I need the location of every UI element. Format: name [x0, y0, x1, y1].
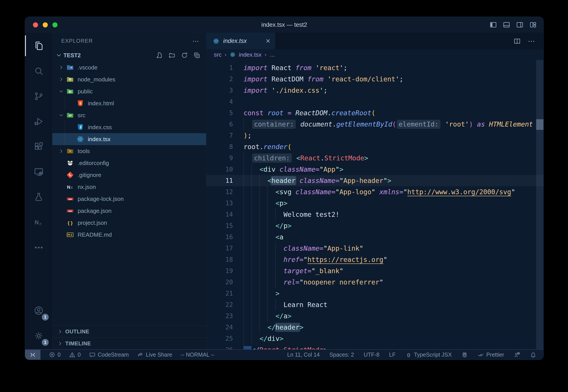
code-line-10[interactable]: 10 <div className="App">	[206, 164, 543, 175]
panel-outline[interactable]: OUTLINE	[52, 325, 206, 337]
status-problems-warnings[interactable]: 0	[69, 351, 81, 358]
new-folder-icon[interactable]	[168, 52, 176, 59]
sidebar-item-tools[interactable]: tools	[52, 145, 206, 157]
activity-item-run-debug[interactable]	[25, 109, 52, 134]
activity-item-nx-console[interactable]: N≥	[25, 210, 52, 235]
code-line-15[interactable]: 15 </p>	[206, 220, 543, 231]
activity-item-settings[interactable]: 1	[25, 323, 52, 349]
sidebar-item-index-tsx[interactable]: index.tsx	[52, 133, 206, 145]
file-tree: .vscodeJSnode_modulespublic5index.htmlsr…	[52, 61, 206, 325]
status-indentation[interactable]: Spaces: 2	[329, 351, 354, 358]
	[58, 220, 64, 226]
tab-index-tsx[interactable]: index.tsx ✕	[206, 33, 276, 49]
sidebar-item-package-json[interactable]: npmpackage.json	[52, 205, 206, 217]
status-codestream-status[interactable]	[461, 351, 468, 358]
activity-item-source-control[interactable]	[25, 84, 52, 109]
activity-item-search[interactable]	[25, 58, 52, 84]
breadcrumb-src[interactable]: src	[214, 51, 222, 58]
	[58, 208, 64, 214]
breadcrumb-symbol[interactable]: …	[269, 51, 275, 58]
code-line-26[interactable]: 26 </React.StrictMode>	[206, 344, 543, 349]
code-line-13[interactable]: 13 <p>	[206, 197, 543, 209]
code-line-3[interactable]: 3import './index.css';	[206, 85, 543, 96]
activity-item-extensions[interactable]	[25, 134, 52, 159]
collapse-all-icon[interactable]	[193, 52, 200, 59]
code-line-6[interactable]: 6 container: document.getElementById(ele…	[206, 119, 543, 130]
code-text: Welcome test2!	[244, 209, 543, 220]
sidebar-item-package-lock-json[interactable]: npmpackage-lock.json	[52, 193, 206, 205]
code-line-16[interactable]: 16 <a	[206, 231, 543, 243]
breadcrumb-file[interactable]: index.tsx	[239, 51, 262, 58]
layout-panel-icon[interactable]	[503, 21, 510, 28]
code-line-19[interactable]: 19 target="_blank"	[206, 265, 543, 277]
sidebar-item-src[interactable]: src	[52, 109, 206, 121]
code-line-17[interactable]: 17 className="App-link"	[206, 243, 543, 254]
remote-indicator[interactable]	[25, 350, 41, 360]
status-language-mode[interactable]: {}TypeScript JSX	[405, 351, 452, 358]
split-editor-icon[interactable]	[513, 37, 521, 45]
sidebar-item--vscode[interactable]: .vscode	[52, 61, 206, 73]
sidebar-item-nx-json[interactable]: Nxnx.json	[52, 181, 206, 193]
code-line-7[interactable]: 7);	[206, 130, 543, 141]
activity-item-remote-explorer[interactable]	[25, 159, 52, 184]
activity-item-testing[interactable]	[25, 184, 52, 210]
workspace-section-header[interactable]: TEST2	[52, 49, 206, 61]
code-line-12[interactable]: 12 <svg className="App-logo" xmlns="http…	[206, 186, 543, 197]
code-line-5[interactable]: 5const root = ReactDOM.createRoot(	[206, 107, 543, 119]
code-line-20[interactable]: 20 rel="noopener noreferrer"	[206, 277, 543, 288]
status-live-share[interactable]: Live Share	[137, 351, 172, 358]
code-line-2[interactable]: 2import ReactDOM from 'react-dom/client'…	[206, 73, 543, 85]
status-formatter[interactable]: Prettier	[478, 351, 504, 358]
code-line-23[interactable]: 23 </a>	[206, 310, 543, 322]
layout-grid-icon[interactable]	[529, 21, 537, 28]
sidebar-item-project-json[interactable]: { }project.json	[52, 217, 206, 229]
file-label: index.tsx	[88, 136, 111, 143]
layout-sidebar-left-icon[interactable]	[489, 21, 497, 28]
code-line-21[interactable]: 21 >	[206, 288, 543, 299]
sidebar-item-index-css[interactable]: 3index.css	[52, 121, 206, 133]
status-label: CodeStream	[98, 351, 129, 358]
sidebar-item-readme-md[interactable]: README.md	[52, 229, 206, 241]
code-line-25[interactable]: 25 </div>	[206, 333, 543, 344]
code-line-4[interactable]: 4	[206, 96, 543, 107]
sidebar-item-index-html[interactable]: 5index.html	[52, 97, 206, 109]
extensions-icon	[34, 141, 44, 152]
explorer-more-icon[interactable]: ⋯	[193, 37, 199, 45]
sidebar-item-node-modules[interactable]: JSnode_modules	[52, 73, 206, 85]
panel-label: TIMELINE	[65, 340, 91, 347]
line-number: 24	[206, 322, 233, 333]
code-line-14[interactable]: 14 Welcome test2!	[206, 209, 543, 220]
sidebar-item--editorconfig[interactable]: .editorconfig	[52, 157, 206, 169]
react-icon	[76, 135, 85, 143]
status-vim-mode[interactable]: -- NORMAL --	[181, 351, 215, 358]
code-line-1[interactable]: 1import React from 'react';	[206, 62, 543, 73]
status-encoding[interactable]: UTF-8	[364, 351, 379, 358]
activity-item-accounts[interactable]: 1	[25, 298, 52, 323]
code-line-24[interactable]: 24 </header>	[206, 322, 543, 333]
layout-sidebar-right-icon[interactable]	[516, 21, 524, 28]
activity-item-explorer[interactable]	[25, 33, 52, 58]
code-line-9[interactable]: 9 children: <React.StrictMode>	[206, 153, 543, 164]
code-line-22[interactable]: 22 Learn React	[206, 299, 543, 310]
new-file-icon[interactable]	[156, 52, 163, 59]
status-eol[interactable]: LF	[389, 351, 395, 358]
refresh-icon[interactable]	[181, 52, 188, 59]
sidebar-item--gitignore[interactable]: .gitignore	[52, 169, 206, 181]
code-line-8[interactable]: 8root.render(	[206, 141, 543, 153]
status-notifications[interactable]	[530, 351, 536, 358]
sidebar-item-public[interactable]: public	[52, 85, 206, 97]
status-cursor-position[interactable]: Ln 11, Col 14	[287, 351, 320, 358]
status-label: 0	[57, 351, 61, 358]
close-tab-icon[interactable]: ✕	[265, 38, 271, 45]
code-editor[interactable]: 1import React from 'react';2import React…	[206, 60, 543, 349]
editor-more-actions-icon[interactable]: ⋯	[528, 37, 536, 45]
status-feedback[interactable]	[514, 351, 520, 358]
editor-scrollbar[interactable]	[536, 60, 543, 349]
status-codestream[interactable]: CodeStream	[89, 351, 129, 358]
status-problems-errors[interactable]: 0	[49, 351, 61, 358]
code-line-18[interactable]: 18 href="https://reactjs.org"	[206, 254, 543, 265]
double-check-icon	[478, 351, 484, 358]
panel-timeline[interactable]: TIMELINE	[52, 337, 206, 349]
code-line-11[interactable]: 11 <header className="App-header">	[206, 175, 543, 186]
activity-item-more-views[interactable]	[25, 235, 52, 260]
